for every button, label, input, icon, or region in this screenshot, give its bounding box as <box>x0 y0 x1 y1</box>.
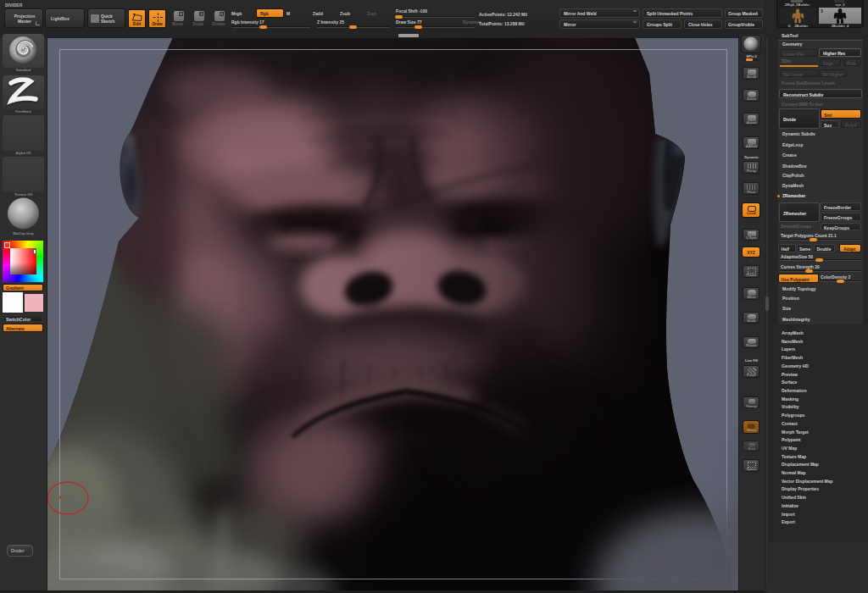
svg-text:3: 3 <box>821 8 823 14</box>
